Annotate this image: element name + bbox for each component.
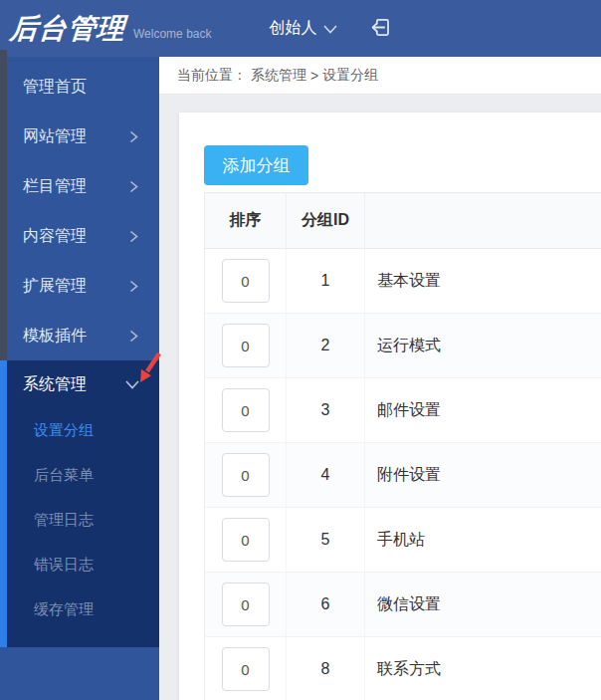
group-name-cell: 邮件设置 <box>365 378 601 443</box>
group-name-cell: 运行模式 <box>365 314 601 378</box>
sidebar-group-system: 系统管理 设置分组 后台菜单 管理日志 错误日志 缓存管理 <box>0 360 159 647</box>
sort-input[interactable] <box>222 453 270 497</box>
sidebar-subitem-label: 错误日志 <box>34 556 94 575</box>
sidebar-item-system[interactable]: 系统管理 <box>0 360 159 408</box>
chevron-right-icon <box>128 230 139 243</box>
user-menu[interactable]: 创始人 <box>269 18 337 39</box>
welcome-text: Welcome back <box>133 27 211 41</box>
group-id-cell: 6 <box>287 573 365 637</box>
sidebar-subitem-backend-menu[interactable]: 后台菜单 <box>0 453 159 498</box>
logout-button[interactable] <box>369 16 392 42</box>
sidebar-subitem-label: 后台菜单 <box>34 466 94 485</box>
sidebar-item-home[interactable]: 管理首页 <box>0 62 159 112</box>
table-row: 2 运行模式 <box>205 314 601 378</box>
breadcrumb-section: 系统管理 <box>251 67 306 85</box>
breadcrumb-page: 设置分组 <box>322 67 378 85</box>
app-logo: 后台管理 <box>8 0 127 57</box>
chevron-right-icon <box>128 330 139 343</box>
sidebar-subitem-cache[interactable]: 缓存管理 <box>0 587 159 632</box>
table-row: 6 微信设置 <box>205 573 601 637</box>
sort-input[interactable] <box>222 647 270 691</box>
groups-table: 排序 分组ID 1 基本设置 2 运行模式 3 <box>204 192 601 700</box>
table-row: 8 联系方式 <box>205 637 601 700</box>
sort-input[interactable] <box>222 388 270 432</box>
chevron-right-icon <box>128 180 139 193</box>
sidebar-subitem-label: 缓存管理 <box>34 600 94 619</box>
breadcrumb: 当前位置： 系统管理 > 设置分组 <box>159 57 601 95</box>
sidebar-item-extension[interactable]: 扩展管理 <box>0 261 159 311</box>
sidebar-nav: 管理首页 网站管理 栏目管理 内容管理 扩展管理 模板插 <box>0 57 159 647</box>
sidebar-subitem-label: 管理日志 <box>34 511 94 530</box>
group-id-cell: 2 <box>287 314 365 378</box>
chevron-down-icon <box>125 380 139 389</box>
chevron-right-icon <box>128 280 139 293</box>
sidebar-item-column[interactable]: 栏目管理 <box>0 161 159 211</box>
sort-input[interactable] <box>222 259 270 303</box>
sidebar-item-label: 内容管理 <box>23 226 87 247</box>
table-row: 1 基本设置 <box>205 249 601 314</box>
chevron-right-icon <box>128 130 139 143</box>
group-name-cell: 基本设置 <box>365 249 601 314</box>
sidebar-subitem-setting-group[interactable]: 设置分组 <box>0 408 159 453</box>
breadcrumb-separator: > <box>310 68 318 84</box>
sidebar-item-content[interactable]: 内容管理 <box>0 211 159 261</box>
logout-icon <box>369 16 392 42</box>
sidebar-item-label: 系统管理 <box>23 374 87 395</box>
group-id-cell: 1 <box>287 249 365 314</box>
sidebar-subitem-label: 设置分组 <box>34 421 94 440</box>
sidebar-subitem-error-log[interactable]: 错误日志 <box>0 543 159 587</box>
sidebar-item-label: 扩展管理 <box>23 276 87 297</box>
sidebar-item-label: 网站管理 <box>23 126 87 147</box>
group-id-cell: 3 <box>287 378 365 443</box>
sort-input[interactable] <box>222 583 270 626</box>
sidebar-scroll-track <box>0 50 7 360</box>
sidebar-item-label: 管理首页 <box>23 77 87 98</box>
table-row: 3 邮件设置 <box>205 378 601 443</box>
sort-input[interactable] <box>222 518 270 562</box>
group-name-cell: 附件设置 <box>365 443 601 508</box>
user-name: 创始人 <box>269 18 316 39</box>
group-name-cell: 联系方式 <box>365 637 601 700</box>
column-header-name <box>365 193 601 249</box>
table-row: 4 附件设置 <box>205 443 601 508</box>
breadcrumb-label: 当前位置： <box>177 67 247 85</box>
sidebar: 管理首页 网站管理 栏目管理 内容管理 扩展管理 模板插 <box>0 57 159 700</box>
sort-input[interactable] <box>222 324 270 367</box>
sidebar-item-template[interactable]: 模板插件 <box>0 311 159 360</box>
table-row: 5 手机站 <box>205 508 601 573</box>
group-name-cell: 微信设置 <box>365 573 601 637</box>
sidebar-item-website[interactable]: 网站管理 <box>0 112 159 161</box>
table-header-row: 排序 分组ID <box>205 193 601 249</box>
sidebar-subitem-admin-log[interactable]: 管理日志 <box>0 498 159 543</box>
group-name-cell: 手机站 <box>365 508 601 573</box>
group-id-cell: 8 <box>287 637 365 700</box>
sidebar-item-label: 模板插件 <box>23 326 87 347</box>
sidebar-active-indicator <box>0 360 7 647</box>
group-id-cell: 4 <box>287 443 365 508</box>
column-header-sort: 排序 <box>205 193 287 249</box>
sidebar-item-label: 栏目管理 <box>23 176 87 197</box>
add-group-button[interactable]: 添加分组 <box>204 145 308 185</box>
chevron-down-icon <box>323 25 337 34</box>
column-header-group-id: 分组ID <box>287 193 365 249</box>
settings-group-card: 添加分组 排序 分组ID 1 基本设置 2 运行模式 <box>179 113 601 700</box>
group-id-cell: 5 <box>287 508 365 573</box>
app-header: 后台管理 Welcome back 创始人 <box>0 0 601 57</box>
main-content: 添加分组 排序 分组ID 1 基本设置 2 运行模式 <box>159 96 601 700</box>
